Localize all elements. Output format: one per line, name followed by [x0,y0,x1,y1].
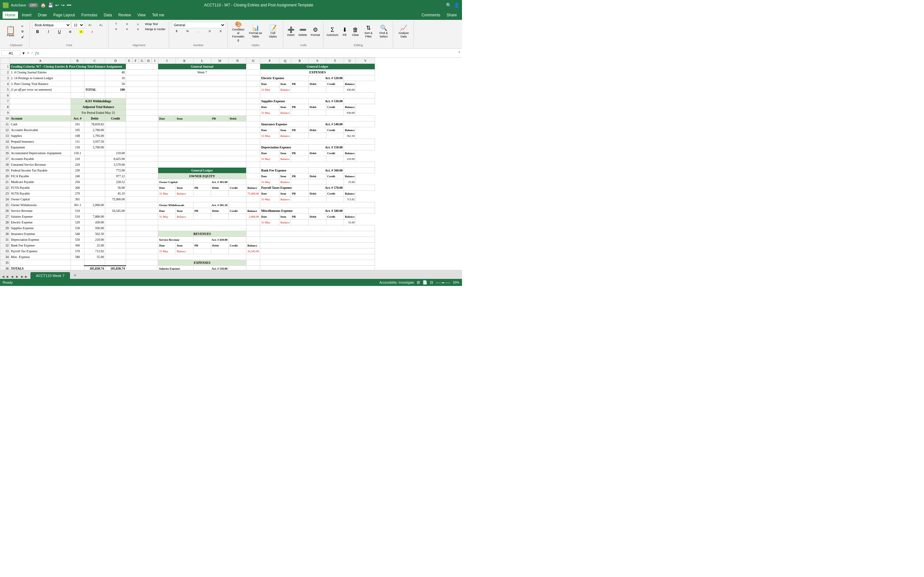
sheet-tab-acct110[interactable]: ACCT110 Week 7 [31,272,69,279]
owner-cap-credit-hdr[interactable]: Credit [229,185,246,191]
menu-data[interactable]: Data [101,11,114,19]
cell-e6[interactable] [126,93,158,98]
ins-credit-hdr[interactable]: Credit [326,127,344,133]
cell-e14[interactable] [126,139,158,145]
owner-wd-date-hdr[interactable]: Date [158,208,176,214]
cell-e4[interactable] [126,81,158,87]
owner-cap-spacer[interactable] [229,179,246,185]
elec-balance-val[interactable]: 430.00 [344,87,356,93]
cell-c15[interactable]: 5,700.00 [84,145,105,150]
cell-o33[interactable]: 16,545.00 [246,248,260,254]
payroll-date-val[interactable]: 31-May [260,197,279,202]
cell-c14[interactable]: 3,937.50 [84,139,105,145]
ins-debit-val[interactable] [309,133,326,139]
dep-expense-act[interactable]: Act. # 550.00 [309,145,344,150]
supp-balance-hdr[interactable]: Balance [344,104,356,110]
cell-d32[interactable] [105,243,126,248]
elec-date-hdr[interactable]: Date [260,81,279,87]
cell-d35[interactable] [105,260,126,266]
format-as-table-button[interactable]: 📊 Format as Table [248,22,264,41]
cell-d26[interactable]: 16,545.00 [105,208,126,214]
cell-b26[interactable]: 510 [71,208,84,214]
payroll-balance-val[interactable]: 713.92 [344,197,356,202]
misc-row32[interactable] [260,243,375,248]
cell-b24[interactable]: 301 [71,197,84,202]
menu-review[interactable]: Review [116,11,134,19]
cell-b16[interactable]: 150.1 [71,150,84,156]
dep-expense-name[interactable]: Depreciation Expense [260,145,309,150]
supp-credit-hdr[interactable]: Credit [326,104,344,110]
payroll-credit-val[interactable] [326,197,344,202]
cell-b33[interactable]: 570 [71,248,84,254]
cell-o30[interactable] [246,231,260,237]
misc-pr-val[interactable] [291,219,309,226]
cell-d23[interactable]: 45.10 [105,191,126,197]
cell-b29[interactable]: 530 [71,226,84,231]
owner-wd-spacer[interactable] [229,202,246,208]
cell-d29[interactable] [105,226,126,231]
align-right-button[interactable]: ≡ [133,27,143,31]
bank-credit-val[interactable] [326,179,344,185]
cell-d12[interactable] [105,127,126,133]
misc-row36[interactable] [260,266,375,270]
owner-wd-row28[interactable] [158,219,246,226]
cell-a28[interactable]: Electric Expense [10,219,71,226]
svc-rev-credit-val[interactable] [229,248,246,254]
journal-week[interactable]: Week 7 [158,69,246,75]
cell-d36[interactable]: 105,838.74 [105,266,126,270]
cell-a26[interactable]: Service Revenue [10,208,71,214]
add-sheet-button[interactable]: + [71,271,79,279]
cell-e26[interactable] [126,208,158,214]
cell-o19[interactable] [246,168,260,173]
ins-balance-hdr[interactable]: Balance [344,127,356,133]
cell-e31[interactable] [126,237,158,243]
menu-home[interactable]: Home [3,11,18,19]
cell-e28[interactable] [126,219,158,226]
adj-trial-balance[interactable]: Adjusted Trial Balance [71,104,126,110]
spreadsheet[interactable]: A B C D E F G H I J K L M N O [0,58,462,270]
journal-row3[interactable] [158,75,246,81]
cell-c30[interactable]: 562.50 [84,231,105,237]
cell-d33[interactable] [105,248,126,254]
cell-d16[interactable]: 210.00 [105,150,126,156]
search-icon[interactable]: 🔍 [446,3,451,8]
border-button[interactable]: ⊞ [65,29,75,34]
supp-debit-hdr[interactable]: Debit [309,104,326,110]
cell-a25[interactable]: Owner Withdrawals [10,202,71,208]
cell-a34[interactable]: Misc. Expense [10,254,71,260]
owner-wd-debit-hdr[interactable]: Debit [211,208,229,214]
ins-item-hdr[interactable]: Item [279,127,291,133]
elec-credit-val[interactable] [326,87,344,93]
journal-debit-hdr[interactable]: Debit [229,116,246,121]
align-top-button[interactable]: ⊤ [111,22,121,26]
insert-button[interactable]: ➕ Insert [286,22,296,41]
cell-b19[interactable]: 230 [71,168,84,173]
merge-center-button[interactable]: Merge & Center [144,27,167,31]
cell-e30[interactable] [126,231,158,237]
menu-page-layout[interactable]: Page Layout [51,11,78,19]
cell-e1[interactable] [126,64,158,69]
cell-b14[interactable]: 111 [71,139,84,145]
dep-credit-hdr[interactable]: Credit [326,150,344,156]
svc-rev-item-val[interactable]: Balance [176,248,194,254]
owner-cap-pr-hdr[interactable]: PR [194,185,211,191]
insert-function-icon[interactable]: ƒx [35,51,39,55]
owner-cap-pr-val[interactable] [194,191,211,197]
cell-b22[interactable]: 260 [71,185,84,191]
supp-credit-val[interactable] [326,110,344,116]
cell-a17[interactable]: Accounts Payable [10,156,71,162]
cell-e19[interactable] [126,168,158,173]
cell-d27[interactable] [105,214,126,219]
owner-wd-credit-val[interactable] [229,214,246,219]
cell-b34[interactable]: 580 [71,254,84,260]
owner-cap-debit-val[interactable] [211,191,229,197]
share-icon[interactable]: 👤 [454,3,459,8]
journal-row8[interactable] [158,104,246,110]
owner-wd-act[interactable]: Act. # 301.10 [194,202,229,208]
zoom-level[interactable]: 69% [453,281,459,284]
cell-b13[interactable]: 108 [71,133,84,139]
payroll-spacer[interactable] [344,185,375,191]
owner-cap-debit-hdr[interactable]: Debit [211,185,229,191]
cell-c18[interactable] [84,162,105,168]
cell-d17[interactable]: 8,425.00 [105,156,126,162]
